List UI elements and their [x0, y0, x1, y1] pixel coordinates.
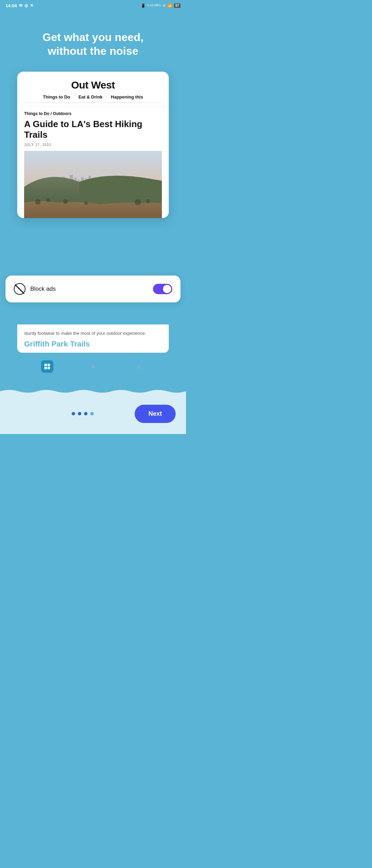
- status-left: 14:04 ✉ ◎ ✕: [6, 3, 33, 8]
- status-bar: 14:04 ✉ ◎ ✕ 📳 0.10 KB/s ✕ 📶 97: [0, 0, 186, 10]
- svg-point-27: [63, 199, 68, 204]
- svg-point-29: [135, 199, 141, 205]
- svg-point-25: [35, 199, 41, 205]
- continuation-text: sturdy footwear to make the most of your…: [24, 330, 162, 337]
- vibrate-icon: 📳: [141, 3, 146, 8]
- article-title: A Guide to LA's Best Hiking Trails: [24, 119, 162, 140]
- headline-text: Get what you need, without the noise: [14, 30, 172, 58]
- article-nav: Things to Do Eat & Drink Happening this: [24, 91, 162, 100]
- mail-icon: ✉: [19, 3, 22, 8]
- dot-3: [84, 412, 87, 415]
- article-date: JULY 17, 2022: [24, 143, 162, 147]
- svg-rect-31: [44, 364, 47, 366]
- block-ads-icon: [14, 283, 25, 295]
- headline-line2: without the noise: [48, 45, 138, 57]
- article-card: Out West Things to Do Eat & Drink Happen…: [17, 72, 169, 218]
- dot-4: [90, 412, 94, 415]
- toolbar-add-button[interactable]: +: [87, 360, 99, 373]
- block-ads-toggle[interactable]: [153, 284, 172, 294]
- nav-item-things[interactable]: Things to Do: [43, 94, 70, 100]
- article-brand: Out West: [24, 79, 162, 91]
- article-header: Out West Things to Do Eat & Drink Happen…: [17, 72, 169, 106]
- block-ads-left: Block ads: [14, 283, 56, 295]
- headline-line1: Get what you need,: [42, 31, 143, 43]
- nav-item-happening[interactable]: Happening this: [111, 94, 143, 100]
- svg-point-28: [84, 202, 88, 205]
- wave-decoration: [0, 389, 186, 397]
- alarm-icon: ◎: [24, 3, 28, 8]
- battery-display: 97: [174, 3, 180, 8]
- home-icon: [44, 363, 50, 370]
- toggle-thumb: [163, 285, 171, 293]
- toolbar-expand-button[interactable]: ∧: [133, 360, 145, 373]
- svg-point-30: [146, 199, 150, 203]
- toolbar-home-button[interactable]: [41, 360, 53, 373]
- article-divider: [24, 102, 162, 103]
- pagination-dots: [72, 412, 94, 415]
- svg-rect-32: [48, 364, 50, 366]
- svg-rect-33: [44, 367, 47, 369]
- time-display: 14:04: [6, 3, 17, 8]
- article-continuation: sturdy footwear to make the most of your…: [17, 324, 169, 353]
- article-breadcrumb: Things to Do / Outdoors: [24, 111, 162, 116]
- article-toolbar: + ∧: [17, 358, 169, 375]
- continuation-heading: Griffith Park Trails: [24, 340, 162, 349]
- status-right: 📳 0.10 KB/s ✕ 📶 97: [141, 3, 180, 8]
- headline-section: Get what you need, without the noise: [0, 10, 186, 72]
- next-button[interactable]: Next: [135, 405, 176, 423]
- breadcrumb-current: Outdoors: [53, 111, 71, 116]
- nav-item-eat[interactable]: Eat & Drink: [79, 94, 103, 100]
- block-ads-panel: Block ads: [6, 276, 180, 302]
- article-body: Things to Do / Outdoors A Guide to LA's …: [17, 106, 169, 218]
- dot-1: [72, 412, 75, 415]
- svg-point-26: [46, 198, 50, 202]
- block-ads-label: Block ads: [30, 286, 56, 292]
- svg-rect-34: [48, 367, 50, 369]
- sim-icon: ✕: [163, 3, 166, 8]
- network-speed: 0.10 KB/s: [147, 4, 161, 7]
- article-image: [24, 151, 162, 218]
- wrench-icon: ✕: [30, 3, 33, 8]
- wifi-icon: 📶: [167, 3, 172, 8]
- bottom-nav: Next: [0, 397, 186, 434]
- dot-2: [78, 412, 81, 415]
- breadcrumb-parent: Things to Do: [24, 111, 49, 116]
